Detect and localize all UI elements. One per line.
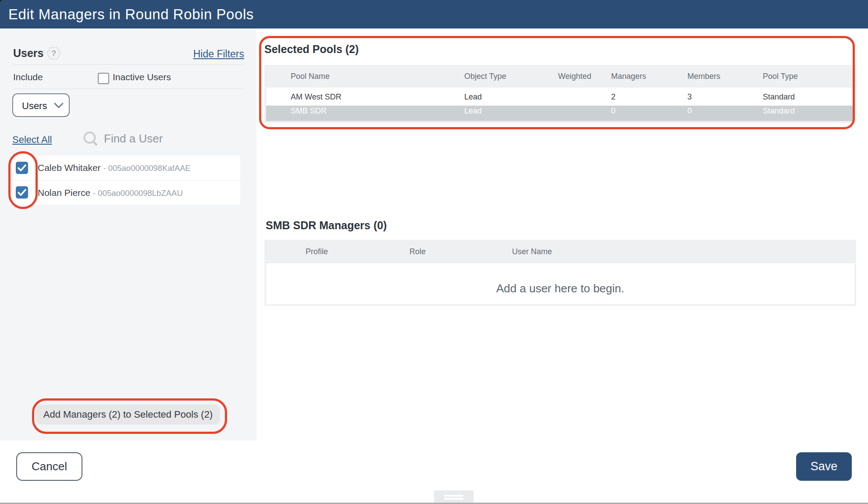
svg-text:?: ? (51, 49, 57, 58)
